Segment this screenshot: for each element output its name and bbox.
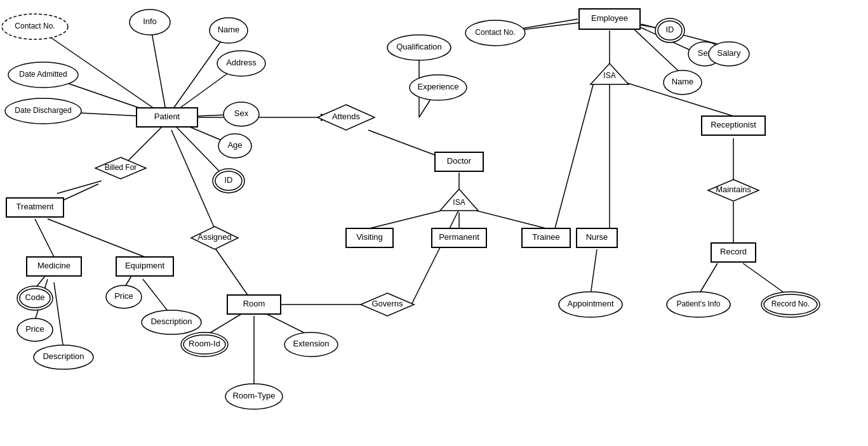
- attr-sex-patient-label: Sex: [234, 108, 249, 118]
- entity-record-label: Record: [720, 247, 747, 256]
- attr-name-patient-label: Name: [218, 25, 240, 34]
- entity-room-label: Room: [243, 299, 265, 308]
- entity-nurse-label: Nurse: [586, 232, 608, 242]
- attr-age-label: Age: [227, 140, 242, 150]
- entity-doctor-label: Doctor: [447, 156, 472, 166]
- entity-employee-label: Employee: [591, 13, 628, 23]
- attr-id-patient-label: ID: [225, 175, 233, 185]
- svg-line-15: [48, 219, 145, 257]
- attr-room-id-label: Room-Id: [189, 339, 220, 348]
- attr-contact-no-patient-label: Contact No.: [15, 22, 55, 30]
- attr-patients-info-label: Patient's Info: [677, 299, 721, 308]
- entity-medicine-label: Medicine: [37, 261, 70, 270]
- isa-doctor-label: ISA: [453, 198, 465, 207]
- rel-billed-for-label: Billed For: [105, 163, 137, 172]
- entity-equipment-label: Equipment: [125, 261, 165, 270]
- attr-date-admitted-label: Date Admitted: [19, 70, 67, 79]
- rel-governs-label: Governs: [371, 299, 403, 308]
- attr-price-medicine-label: Price: [25, 324, 44, 334]
- attr-record-no-label: Record No.: [771, 299, 810, 308]
- svg-line-41: [552, 82, 594, 238]
- rel-attends-label: Attends: [332, 112, 361, 121]
- attr-salary-label: Salary: [718, 48, 741, 58]
- attr-desc-equip-label: Description: [150, 317, 192, 326]
- attr-code-label: Code: [25, 292, 44, 302]
- entity-trainee-label: Trainee: [532, 232, 560, 242]
- er-diagram: Patient Employee Treatment Equipment Med…: [0, 0, 868, 446]
- attr-name-emp-label: Name: [672, 77, 694, 86]
- svg-line-22: [215, 247, 248, 295]
- attr-id-emp-label: ID: [666, 25, 674, 34]
- svg-line-12: [57, 181, 102, 193]
- attr-qualification-label: Qualification: [396, 42, 442, 51]
- svg-line-27: [411, 209, 459, 305]
- svg-line-14: [35, 219, 54, 257]
- isa-employee-label: ISA: [603, 71, 615, 80]
- svg-line-47: [698, 263, 718, 295]
- svg-line-18: [54, 282, 63, 349]
- svg-line-2: [167, 30, 229, 117]
- svg-line-20: [143, 279, 170, 314]
- svg-line-1: [150, 22, 167, 117]
- entity-permanent-label: Permanent: [439, 232, 479, 242]
- svg-line-32: [476, 211, 546, 228]
- attr-contact-no-emp-label: Contact No.: [475, 28, 515, 37]
- rel-maintains-label: Maintains: [716, 185, 751, 194]
- attr-price-equip-label: Price: [114, 291, 133, 301]
- svg-line-48: [743, 263, 787, 295]
- attr-info-label: Info: [143, 16, 157, 26]
- entity-patient-label: Patient: [154, 112, 180, 121]
- attr-address-label: Address: [226, 58, 257, 67]
- attr-desc-medicine-label: Description: [43, 351, 84, 361]
- entity-treatment-label: Treatment: [17, 202, 54, 211]
- svg-line-30: [370, 211, 441, 228]
- attr-room-type-label: Room-Type: [232, 391, 275, 400]
- attr-extension-label: Extension: [293, 339, 329, 348]
- entity-receptionist-label: Receptionist: [711, 120, 756, 129]
- attr-appointment-label: Appointment: [568, 299, 614, 308]
- attr-date-discharged-label: Date Discharged: [15, 106, 71, 115]
- rel-assigned-label: Assigned: [197, 232, 231, 242]
- svg-line-44: [591, 249, 597, 295]
- entity-visiting-label: Visiting: [356, 232, 383, 242]
- attr-experience-label: Experience: [417, 82, 458, 91]
- svg-line-28: [368, 130, 444, 159]
